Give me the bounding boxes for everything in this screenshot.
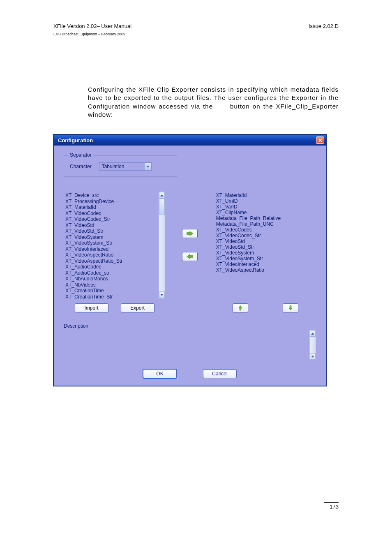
list-item[interactable]: XT_UmID <box>216 198 314 204</box>
scroll-thumb[interactable] <box>159 199 165 215</box>
page-number: 173 <box>324 502 339 510</box>
remove-field-button[interactable] <box>182 252 198 261</box>
list-item[interactable]: XT_VarID <box>216 204 314 210</box>
list-item[interactable]: XT_VideoSystem <box>216 250 314 256</box>
list-item[interactable]: XT_VideoCodec_Str <box>65 216 157 222</box>
list-item[interactable]: XT_VideoAspectRatio <box>216 267 314 273</box>
list-item[interactable]: XT_VideoStd_Str <box>216 244 314 250</box>
list-item[interactable]: XT_VideoAspectRatio_Str <box>65 258 157 264</box>
description-label: Description <box>64 323 316 329</box>
list-item[interactable]: Metadata_File_Path_UNC <box>216 221 314 227</box>
separator-combo-value: Tabulation <box>99 164 144 169</box>
import-button[interactable]: Import <box>75 303 108 312</box>
arrow-left-icon <box>186 254 194 259</box>
body-paragraph: Configuring the XFile Clip Exporter cons… <box>88 86 339 119</box>
arrow-right-icon <box>186 231 194 236</box>
list-item[interactable]: XT_MaterialId <box>216 192 314 198</box>
desc-scroll-up[interactable] <box>310 330 316 337</box>
chevron-down-icon <box>311 356 314 358</box>
close-button[interactable]: ✕ <box>316 136 324 144</box>
chevron-down-icon <box>146 166 150 168</box>
list-item[interactable]: XT_VideoStd <box>65 222 157 229</box>
list-item[interactable]: XT_VideoCodec <box>216 227 314 233</box>
list-item[interactable]: XT_AudioCodec_str <box>65 270 157 276</box>
list-item[interactable]: XT_NbAudioMonos <box>65 276 157 282</box>
scroll-down-button[interactable] <box>159 291 165 298</box>
header-subtitle-left: EVS Broadcast Equipment – February 2009 <box>53 32 160 36</box>
chevron-up-icon <box>160 194 164 197</box>
export-button[interactable]: Export <box>121 303 154 312</box>
list-item[interactable]: XT_VideoCodec <box>65 210 157 217</box>
list-item[interactable]: XT_VideoCodec_Str <box>216 233 314 238</box>
cancel-button[interactable]: Cancel <box>203 369 237 378</box>
desc-scroll-down[interactable] <box>310 353 316 360</box>
list-item[interactable]: XT_VideoAspectRatio <box>65 252 157 258</box>
description-box[interactable] <box>64 330 309 360</box>
titlebar[interactable]: Configuration ✕ <box>54 135 326 146</box>
list-item[interactable]: XT_VideoStd_Str <box>65 228 157 234</box>
list-item[interactable]: XT_AudioCodec <box>65 264 157 270</box>
separator-combo[interactable]: Tabulation <box>99 162 152 171</box>
move-up-button[interactable] <box>233 303 248 312</box>
header-title-right: Issue 2.02.D <box>309 23 339 36</box>
dialog-title: Configuration <box>58 137 93 143</box>
separator-group: Separator Character Tabulation <box>64 155 177 177</box>
list-item[interactable]: XT_VideoSystem <box>65 234 157 240</box>
selected-fields-list[interactable]: XT_MaterialIdXT_UmIDXT_VarIDXT_ClipNameM… <box>214 192 316 298</box>
list-item[interactable]: Metadata_File_Path_Relative <box>216 215 314 221</box>
list-item[interactable]: XT_ClipName <box>216 210 314 215</box>
list-item[interactable]: XT_VideoStd <box>216 238 314 244</box>
list-item[interactable]: XT_Device_src <box>65 192 157 199</box>
arrow-up-icon <box>237 305 244 311</box>
close-icon: ✕ <box>318 138 323 143</box>
available-fields-list[interactable]: XT_Device_srcXT_ProcessingDeviceXT_Mater… <box>64 192 165 298</box>
header-title-left: XFile Version 2.02– User Manual <box>53 23 160 29</box>
list-item[interactable]: XT_VideoInterlaced <box>216 261 314 267</box>
left-scrollbar[interactable] <box>159 192 165 298</box>
separator-character-label: Character <box>70 164 92 169</box>
separator-legend: Separator <box>68 152 93 158</box>
arrow-down-icon <box>287 305 294 311</box>
list-item[interactable]: XT_MaterialId <box>65 204 157 210</box>
separator-combo-button[interactable] <box>144 163 151 170</box>
list-item[interactable]: XT_CreationTime <box>65 288 157 294</box>
scroll-up-button[interactable] <box>159 192 165 199</box>
ok-button[interactable]: OK <box>143 369 177 378</box>
list-item[interactable]: XT_NbVideos <box>65 282 157 288</box>
description-scrollbar[interactable] <box>309 330 316 360</box>
list-item[interactable]: XT_VideoSystem_Str <box>65 240 157 246</box>
move-down-button[interactable] <box>283 303 298 312</box>
page-header: XFile Version 2.02– User Manual EVS Broa… <box>53 23 339 36</box>
list-item[interactable]: XT_VideoInterlaced <box>65 246 157 252</box>
list-item[interactable]: XT_ProcessingDevice <box>65 199 157 205</box>
list-item[interactable]: XT_VideoSystem_Str <box>216 256 314 261</box>
chevron-up-icon <box>311 333 314 335</box>
configuration-dialog: Configuration ✕ Separator Character Tabu… <box>53 134 326 386</box>
list-item[interactable]: XT_CreationTime_Str <box>65 294 157 299</box>
chevron-down-icon <box>160 294 164 296</box>
add-field-button[interactable] <box>182 229 198 238</box>
